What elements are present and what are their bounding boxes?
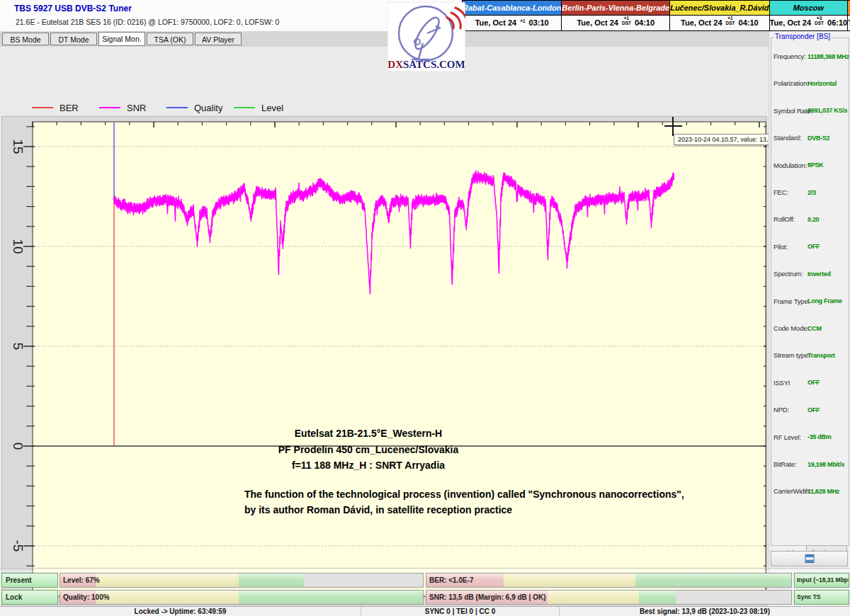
transponder-row-value: Long Frame: [808, 297, 842, 304]
transponder-row-label: ISSYI: [774, 379, 790, 387]
svg-text:DXSATCS.COM: DXSATCS.COM: [387, 59, 465, 70]
progress-label: Level: 67%: [63, 574, 100, 587]
status-badge-present: Present: [1, 573, 58, 588]
stream-buffer-icon: [805, 554, 815, 563]
chart-annotation-centered: Eutelsat 21B-21.5°E_Western-HPF Prodelin…: [234, 426, 503, 474]
clock-hhmm: 06:10: [827, 18, 847, 27]
transponder-row-label: Pilot:: [774, 243, 788, 251]
progress-zone: [548, 591, 639, 604]
clock-cell: Berlin-Paris-Vienna-BelgradeTue, Oct 24+…: [562, 1, 670, 30]
annotation-line: PF Prodelin 450 cm_Lucenec/Slovakia: [234, 442, 503, 458]
clock-utc-offset: +1DST: [726, 16, 735, 25]
clock-hhmm: 04:10: [635, 18, 654, 27]
tab-bs-mode[interactable]: BS Mode: [2, 33, 49, 45]
transponder-row-value: 11188,368 MHz: [808, 53, 849, 60]
clock-utc-offset: +1: [520, 18, 525, 23]
transponder-row-label: Polarization:: [774, 79, 809, 87]
clock-date: Tue, Oct 24: [681, 18, 722, 27]
progress-zone: [96, 591, 238, 604]
transponder-title: Transponder [BS]: [774, 33, 832, 40]
tab-dt-mode[interactable]: DT Mode: [50, 33, 97, 45]
clock-time: Tue, Oct 24+3DST06:10: [770, 16, 848, 30]
status-badge-input-18-31-mbps-: Input (~18,31 Mbps): [794, 573, 849, 588]
clock-date: Tue, Oct 24: [475, 18, 516, 27]
clock-utc-offset: +1DST: [622, 16, 631, 25]
transponder-row-value: CCM: [808, 325, 822, 332]
y-axis-label: 10: [11, 239, 26, 253]
stream-buffer-button[interactable]: [771, 551, 848, 566]
tbs-tuner-window: TBS 5927 USB DVB-S2 Tuner 21.6E - Eutels…: [0, 0, 850, 616]
transponder-row-label: FEC:: [774, 188, 788, 196]
progress-zone: [239, 574, 305, 587]
chart-annotation-left: The function of the technological proces…: [244, 487, 754, 518]
y-axis-label: -5: [11, 540, 26, 552]
transponder-row-label: RF Level:: [774, 433, 801, 441]
legend-item-ber: BER: [32, 102, 79, 113]
transponder-row-value: -35 dBm: [808, 433, 831, 440]
legend-label: BER: [60, 103, 79, 113]
annotation-line: The function of the technological proces…: [244, 487, 754, 503]
progress-bar: SNR: 13,5 dB (Margin: 6,9 dB | OK): [426, 590, 792, 605]
clock-hhmm: 03:10: [529, 18, 549, 27]
transponder-row-label: RollOff:: [774, 215, 795, 223]
transponder-row-value: 2/3: [808, 189, 816, 196]
clock-time: Tue, Oct 24+1DST04:10: [562, 16, 669, 30]
progress-bar: BER: <1.0E-7: [426, 573, 792, 588]
status-cell: Locked -> Uptime: 63:49:59: [0, 607, 361, 616]
snr-chart[interactable]: 151050-5: [2, 117, 766, 612]
transponder-row-label: Code Mode:: [774, 324, 809, 332]
transponder-row-value: 0.20: [808, 216, 819, 223]
dxsatcs-logo: DXSATCS.COM: [387, 2, 465, 72]
annotation-line: Eutelsat 21B-21.5°E_Western-H: [234, 426, 503, 442]
transponder-row-value: 9691,037 KS/s: [808, 107, 847, 114]
transponder-row-value: DVB-S2: [808, 135, 829, 142]
transponder-row-value: Transport: [808, 352, 835, 359]
transponder-row-value: OFF: [808, 379, 820, 386]
transponder-panel: Transponder [BS] Frequency:11188,368 MHz…: [769, 31, 850, 574]
progress-zone: [96, 574, 238, 587]
clock-cell: Rabat-Casablanca-LondonTue, Oct 24+103:1…: [463, 1, 562, 30]
transponder-row-value: 11,629 MHz: [808, 488, 839, 495]
clock-cell: Lučenec/Slovakia_R.DávidTue, Oct 24+1DST…: [670, 1, 769, 30]
progress-zone: [639, 591, 676, 604]
progress-bar: Level: 67%: [60, 573, 424, 588]
clock-city-label: Berlin-Paris-Vienna-Belgrade: [562, 1, 669, 16]
progress-zone: [635, 574, 792, 587]
tab-signal-mon-[interactable]: Signal Mon.: [98, 32, 145, 46]
legend-label: Quality: [194, 103, 222, 113]
annotation-line: by its author Roman Dávid, in satellite …: [244, 503, 754, 518]
app-title: TBS 5927 USB DVB-S2 Tuner: [14, 4, 132, 13]
progress-label: SNR: 13,5 dB (Margin: 6,9 dB | OK): [429, 591, 545, 604]
tab-av-player[interactable]: AV Player: [195, 33, 242, 45]
transponder-row-label: BitRate:: [774, 460, 796, 468]
legend-line-icon: [32, 107, 53, 108]
clock-cell: MoscowTue, Oct 24+3DST06:10: [770, 1, 849, 30]
progress-zone: [504, 574, 635, 587]
clock-city-label: Lučenec/Slovakia_R.Dávid: [670, 1, 769, 16]
transponder-row-value: OFF: [808, 243, 820, 250]
clock-time: Tue, Oct 24+1DST04:10: [670, 16, 769, 30]
legend-item-snr: SNR: [99, 102, 146, 113]
progress-zone: [239, 591, 424, 604]
status-cell: Best signal: 13,9 dB (2023-10-23 08:19): [560, 607, 850, 616]
status-cell: SYNC 0 | TEI 0 | CC 0: [361, 607, 560, 616]
clock-hhmm: 04:10: [739, 18, 759, 27]
legend-line-icon: [234, 107, 255, 108]
legend-line-icon: [99, 107, 120, 108]
transponder-row-value: OFF: [808, 406, 820, 413]
tab-tsa-ok-[interactable]: TSA (OK): [147, 33, 193, 45]
progress-bar: Quality: 100%: [60, 590, 424, 605]
clock-city-label: Moscow: [770, 1, 848, 16]
transponder-row-value: 19,198 Mbit/s: [808, 461, 844, 468]
chart-tooltip: 2023-10-24 04.10.57, value: 13,5: [674, 134, 776, 145]
transponder-row-label: NPD:: [774, 406, 789, 413]
clock-utc-offset: +3DST: [815, 16, 824, 25]
legend-item-level: Level: [234, 102, 283, 113]
transponder-row-label: CarrierWidth:: [774, 487, 811, 495]
progress-label: BER: <1.0E-7: [429, 574, 474, 587]
clock-time: Tue, Oct 24+103:10: [463, 16, 561, 30]
tab-strip: BS ModeDT ModeSignal Mon.TSA (OK)AV Play…: [0, 31, 769, 47]
legend-label: SNR: [127, 103, 146, 113]
clock-date: Tue, Oct 24: [770, 18, 811, 27]
transponder-row-value: Horizontal: [808, 80, 837, 87]
